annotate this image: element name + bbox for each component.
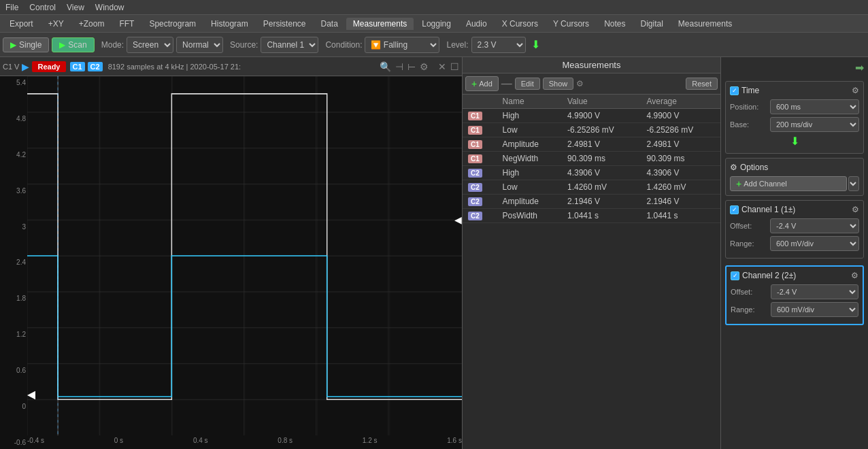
tab-xcursors[interactable]: X Cursors	[495, 18, 545, 30]
tab-persistence[interactable]: Persistence	[256, 18, 313, 30]
ch1-range-label: Range:	[730, 239, 767, 248]
ch1-offset-select[interactable]: -2.4 V	[770, 218, 859, 233]
ch1-gear-icon: ⚙	[852, 205, 859, 214]
down-arrow-icon: ⬇	[531, 38, 540, 51]
ch1-checkbox[interactable]	[730, 205, 739, 214]
add-channel-select[interactable]	[848, 176, 859, 191]
tab-export[interactable]: Export	[3, 18, 40, 30]
col-value: Value	[562, 95, 641, 109]
tab-measurements2[interactable]: Measurements	[671, 18, 739, 30]
right-arrow: ◀	[454, 214, 462, 225]
row-value: 4.3906 V	[562, 166, 641, 180]
menu-bar: File Control View Window	[0, 0, 868, 15]
col-average: Average	[641, 95, 720, 109]
c1-badge: C1	[70, 62, 85, 71]
row-average: 1.4260 mV	[641, 180, 720, 195]
single-button[interactable]: ▶ Single	[3, 37, 49, 52]
scope-icons: 🔍 ⊣ ⊢ ⚙ ✕ ☐	[380, 61, 459, 72]
c2-badge: C2	[88, 62, 103, 71]
row-ch: C2	[463, 180, 497, 195]
time-checkbox[interactable]	[730, 86, 739, 95]
tab-digital[interactable]: Digital	[633, 18, 669, 30]
y-label-1: 4.8	[1, 115, 26, 122]
settings-icon[interactable]: ⚙	[420, 61, 429, 72]
ch2-offset-label: Offset:	[731, 288, 768, 296]
ch1-offset-label: Offset:	[730, 222, 767, 230]
down-arrow-time-icon: ⬇	[730, 135, 859, 148]
y-label-3: 3.6	[1, 187, 26, 195]
add-measurement-button[interactable]: + Add	[465, 76, 499, 91]
reset-measurement-button[interactable]: Reset	[686, 78, 718, 90]
position-select[interactable]: 600 ms	[770, 99, 859, 114]
scan-icon: ▶	[59, 40, 65, 50]
tab-measurements[interactable]: Measurements	[346, 18, 414, 30]
show-measurement-button[interactable]: Show	[543, 78, 574, 90]
row-name: High	[497, 109, 562, 123]
waveform-container[interactable]: 5.4 4.8 4.2 3.6 3 2.4 1.8 1.2 0.6 0 -0.6	[0, 76, 462, 449]
menu-file[interactable]: File	[0, 1, 24, 14]
row-ch: C1	[463, 152, 497, 166]
time-title: Time	[741, 86, 759, 95]
y-label-7: 1.2	[1, 331, 26, 338]
options-title-text: Options	[740, 163, 768, 172]
row-average: 1.0441 s	[641, 209, 720, 223]
scan-button[interactable]: ▶ Scan	[52, 37, 94, 52]
row-name: Low	[497, 180, 562, 195]
base-label: Base:	[730, 120, 767, 129]
ch2-offset-select[interactable]: -2.4 V	[771, 284, 858, 299]
tab-histogram[interactable]: Histogram	[204, 18, 255, 30]
tab-notes[interactable]: Notes	[597, 18, 632, 30]
tab-spectrogram[interactable]: Spectrogram	[142, 18, 203, 30]
ch2-gear-icon: ⚙	[851, 271, 858, 280]
row-value: 2.4981 V	[562, 137, 641, 152]
tab-audio[interactable]: Audio	[459, 18, 494, 30]
col-ch	[463, 95, 497, 109]
ch2-checkbox[interactable]	[731, 271, 739, 280]
row-average: -6.25286 mV	[641, 123, 720, 137]
tab-data[interactable]: Data	[314, 18, 344, 30]
menu-window[interactable]: Window	[90, 1, 130, 14]
row-ch: C2	[463, 209, 497, 223]
cursor-icon[interactable]: ⊣	[395, 61, 403, 72]
add-channel-button[interactable]: + Add Channel	[730, 176, 847, 191]
x-label-0: -0.4 s	[27, 437, 44, 448]
menu-view[interactable]: View	[61, 1, 90, 14]
x-label-5: 1.6 s	[447, 437, 462, 448]
cursor2-icon[interactable]: ⊢	[407, 61, 416, 72]
source-select[interactable]: Channel 1	[261, 37, 318, 53]
c1v-label: C1 V	[3, 63, 19, 71]
close-icon[interactable]: ✕	[438, 61, 446, 72]
row-name: Low	[497, 123, 562, 137]
row-value: 2.1946 V	[562, 195, 641, 209]
normal-select[interactable]: Normal	[176, 37, 223, 53]
tab-fft[interactable]: FFT	[112, 18, 141, 30]
ch2-range-select[interactable]: 600 mV/div	[771, 302, 858, 317]
mode-select[interactable]: Screen	[127, 37, 173, 53]
mode-label: Mode:	[101, 40, 124, 50]
edit-measurement-button[interactable]: Edit	[515, 78, 540, 90]
x-label-4: 1.2 s	[363, 437, 378, 448]
row-name: Amplitude	[497, 195, 562, 209]
menu-control[interactable]: Control	[24, 1, 61, 14]
plus-ch-icon: +	[736, 178, 741, 189]
tab-logging[interactable]: Logging	[415, 18, 458, 30]
table-row: C1 High 4.9900 V 4.9900 V	[463, 109, 720, 123]
ch1-range-select[interactable]: 600 mV/div	[770, 236, 859, 251]
measurements-panel: Measurements + Add — Edit Show ⚙ Reset N	[463, 57, 721, 449]
table-row: C2 Low 1.4260 mV 1.4260 mV	[463, 180, 720, 195]
scope-area: C1 V ▶ Ready C1 C2 8192 samples at 4 kHz…	[0, 57, 463, 449]
tab-ycursors[interactable]: Y Cursors	[546, 18, 596, 30]
level-select[interactable]: 2.3 V	[471, 37, 526, 53]
zoom-icon[interactable]: 🔍	[380, 61, 391, 72]
tab-xy[interactable]: +XY	[41, 18, 71, 30]
y-label-9: 0	[1, 403, 26, 410]
waveform-svg	[27, 76, 462, 435]
table-row: C1 NegWidth 90.309 ms 90.309 ms	[463, 152, 720, 166]
row-name: NegWidth	[497, 152, 562, 166]
condition-select[interactable]: 🔽 Falling	[365, 37, 439, 53]
base-select[interactable]: 200 ms/div	[770, 117, 859, 132]
row-name: PosWidth	[497, 209, 562, 223]
tab-zoom[interactable]: +Zoom	[72, 18, 112, 30]
row-ch: C2	[463, 166, 497, 180]
minimize-icon[interactable]: ☐	[450, 61, 459, 72]
